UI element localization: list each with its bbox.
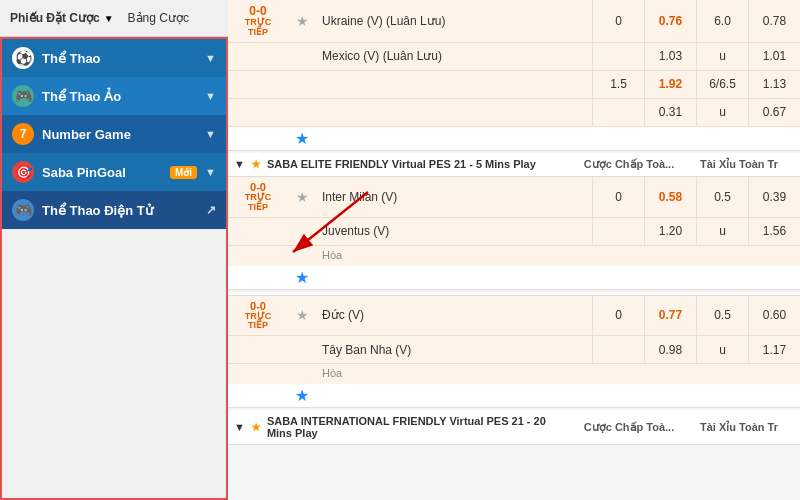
odds4-ou2[interactable]: 0.67 — [748, 99, 800, 126]
inter-ou2[interactable]: 0.39 — [748, 177, 800, 217]
juve-h2[interactable]: 1.20 — [644, 218, 696, 245]
inter-score: 0-0 TRỰCTIẾP — [228, 177, 288, 217]
odds-handicap-odds1[interactable]: 0.76 — [644, 0, 696, 42]
odds2-h2[interactable]: 1.03 — [644, 43, 696, 70]
section-star[interactable]: ★ — [251, 158, 261, 171]
inter-ou1[interactable]: 0.5 — [696, 177, 748, 217]
section-title: SABA ELITE FRIENDLY Virtual PES 21 - 5 M… — [267, 158, 536, 170]
tbn-ou1[interactable]: u — [696, 336, 748, 363]
phieu-dat-cuoc-btn[interactable]: Phiếu Đặt Cược ▼ — [10, 11, 114, 25]
star-col-3 — [288, 71, 316, 98]
inter-score-num: 0-0 — [250, 181, 266, 193]
section-header-saba-elite: ▼ ★ SABA ELITE FRIENDLY Virtual PES 21 -… — [228, 153, 800, 177]
new-badge: Mới — [170, 166, 197, 179]
hoa-label: Hòa — [316, 246, 348, 266]
match-row-3: 1.5 1.92 6/6.5 1.13 — [228, 71, 800, 99]
odds4-h2[interactable]: 0.31 — [644, 99, 696, 126]
esports-icon: 🎮 — [12, 199, 34, 221]
inter-h2[interactable]: 0.58 — [644, 177, 696, 217]
sidebar-item-the-thao-ao[interactable]: 🎮 Thể Thao Ảo ▼ — [2, 77, 226, 115]
juve-ou1[interactable]: u — [696, 218, 748, 245]
intl-header-cols: Cược Chấp Toà... Tài Xỉu Toàn Tr — [574, 421, 794, 434]
duc-ou2[interactable]: 0.60 — [748, 296, 800, 336]
sidebar-item-saba-pingoal[interactable]: 🎯 Saba PinGoal Mới ▼ — [2, 153, 226, 191]
tbn-ou2[interactable]: 1.17 — [748, 336, 800, 363]
odds3-ou1[interactable]: 6/6.5 — [696, 71, 748, 98]
duc-h2[interactable]: 0.77 — [644, 296, 696, 336]
juve-team: Juventus (V) — [316, 218, 592, 245]
duc-star[interactable]: ★ — [288, 296, 316, 336]
odds3-ou2[interactable]: 1.13 — [748, 71, 800, 98]
sidebar-item-label-ao: Thể Thao Ảo — [42, 89, 197, 104]
number-icon: 7 — [12, 123, 34, 145]
team3-empty — [316, 71, 592, 98]
odds-handicap-val[interactable]: 0 — [592, 0, 644, 42]
duc-live: TRỰCTIẾP — [245, 312, 272, 332]
team1-name: Ukraine (V) (Luân Lưu) — [322, 14, 445, 28]
tbn-row: Tây Ban Nha (V) 0.98 u 1.17 — [228, 336, 800, 364]
team-name: Ukraine (V) (Luân Lưu) — [316, 0, 592, 42]
odds-ou-line[interactable]: 6.0 — [696, 0, 748, 42]
odds2-h1[interactable] — [592, 43, 644, 70]
duc-star-filled: ★ — [295, 386, 309, 405]
odds3-h2[interactable]: 1.92 — [644, 71, 696, 98]
inter-star[interactable]: ★ — [288, 177, 316, 217]
match-group-duc: 0-0 TRỰCTIẾP ★ Đức (V) 0 0.77 0.5 0.60 T… — [228, 296, 800, 409]
score-col-3 — [228, 71, 288, 98]
inter-bottom-star[interactable]: ★ — [288, 266, 316, 289]
odds4-ou1[interactable]: u — [696, 99, 748, 126]
inter-star-icon: ★ — [296, 189, 309, 205]
sidebar-item-number-game[interactable]: 7 Number Game ▼ — [2, 115, 226, 153]
inter-star-row: ★ — [228, 266, 800, 290]
sidebar-item-label-saba: Saba PinGoal — [42, 165, 162, 180]
sidebar-item-label-number: Number Game — [42, 127, 197, 142]
duc-bottom-star[interactable]: ★ — [288, 384, 316, 407]
duc-ou1[interactable]: 0.5 — [696, 296, 748, 336]
live-label: TRỰCTIẾP — [245, 18, 272, 38]
odds3-h1[interactable]: 1.5 — [592, 71, 644, 98]
sidebar-item-label-esports: Thể Thao Điện Tử — [42, 203, 198, 218]
duc-h1[interactable]: 0 — [592, 296, 644, 336]
tbn-h2[interactable]: 0.98 — [644, 336, 696, 363]
juve-score — [228, 218, 288, 245]
duc-team: Đức (V) — [316, 296, 592, 336]
duc-star-icon: ★ — [296, 307, 309, 323]
juve-ou2[interactable]: 1.56 — [748, 218, 800, 245]
match-group-ukraine: 0-0 TRỰCTIẾP ★ Ukraine (V) (Luân Lưu) 0 … — [228, 0, 800, 151]
duc-star-row: ★ — [228, 384, 800, 408]
phieu-chevron: ▼ — [104, 13, 114, 24]
bottom-star[interactable]: ★ — [288, 127, 316, 150]
star-icon: ★ — [296, 13, 309, 29]
virtual-icon: 🎮 — [12, 85, 34, 107]
inter-live: TRỰCTIẾP — [245, 193, 272, 213]
odds2-ou2[interactable]: 1.01 — [748, 43, 800, 70]
intl-collapse-icon[interactable]: ▼ — [234, 421, 245, 433]
bang-cuoc-btn[interactable]: Bảng Cược — [128, 11, 189, 25]
intl-col-header-1: Cược Chấp Toà... — [574, 421, 684, 434]
col-header-1: Cược Chấp Toà... — [574, 158, 684, 171]
juventus-row: Juventus (V) 1.20 u 1.56 — [228, 218, 800, 246]
sports-icon: ⚽ — [12, 47, 34, 69]
odds2-ou1[interactable]: u — [696, 43, 748, 70]
duc-hoa-row: Hòa — [228, 364, 800, 384]
tbn-star — [288, 336, 316, 363]
odds4-h1[interactable] — [592, 99, 644, 126]
score-col-4 — [228, 99, 288, 126]
juve-h1[interactable] — [592, 218, 644, 245]
intl-col-header-2: Tài Xỉu Toàn Tr — [684, 421, 794, 434]
duc-row: 0-0 TRỰCTIẾP ★ Đức (V) 0 0.77 0.5 0.60 — [228, 296, 800, 337]
odds-ou-val[interactable]: 0.78 — [748, 0, 800, 42]
star-col[interactable]: ★ — [288, 0, 316, 42]
bang-cuoc-label: Bảng Cược — [128, 11, 189, 25]
star-col-4 — [288, 99, 316, 126]
juve-star — [288, 218, 316, 245]
collapse-icon[interactable]: ▼ — [234, 158, 245, 170]
col-header-2: Tài Xỉu Toàn Tr — [684, 158, 794, 171]
sidebar-item-the-thao[interactable]: ⚽ Thể Thao ▼ — [2, 39, 226, 77]
tbn-score — [228, 336, 288, 363]
header-cols: Cược Chấp Toà... Tài Xỉu Toàn Tr — [574, 158, 794, 171]
intl-section-star[interactable]: ★ — [251, 421, 261, 434]
inter-h1[interactable]: 0 — [592, 177, 644, 217]
tbn-h1[interactable] — [592, 336, 644, 363]
sidebar-item-esports[interactable]: 🎮 Thể Thao Điện Tử ↗ — [2, 191, 226, 229]
